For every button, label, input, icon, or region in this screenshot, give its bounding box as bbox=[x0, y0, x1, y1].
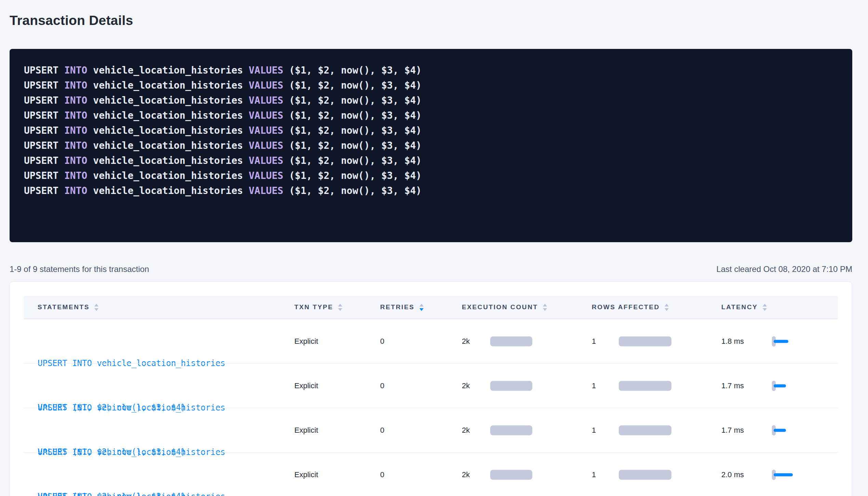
latency-bar bbox=[774, 384, 786, 388]
latency-value: 1.7 ms bbox=[721, 364, 744, 408]
sort-arrows-icon[interactable] bbox=[338, 304, 342, 311]
sort-arrows-icon[interactable] bbox=[94, 304, 98, 311]
statements-table-card: STATEMENTS TXN TYPE RETRIES EXECUTION CO… bbox=[10, 282, 852, 496]
txn-type-value: Explicit bbox=[294, 453, 318, 496]
column-label: RETRIES bbox=[380, 303, 415, 311]
sql-line: UPSERT INTO vehicle_location_histories V… bbox=[24, 168, 839, 183]
execution-count-value: 2k bbox=[462, 453, 470, 496]
latency-value: 1.7 ms bbox=[721, 408, 744, 453]
sql-box-code: UPSERT INTO vehicle_location_histories V… bbox=[24, 63, 839, 198]
sort-arrows-icon[interactable] bbox=[543, 304, 547, 311]
column-label: STATEMENTS bbox=[38, 303, 90, 311]
execution-count-value: 2k bbox=[462, 364, 470, 408]
column-label: EXECUTION COUNT bbox=[462, 303, 538, 311]
statement-link[interactable]: UPSERT INTO vehicle_location_histories V… bbox=[38, 460, 225, 496]
table-row: UPSERT INTO vehicle_location_histories V… bbox=[10, 364, 852, 408]
latency-value: 2.0 ms bbox=[721, 453, 744, 496]
rows-affected-bar bbox=[619, 381, 671, 391]
table-row: UPSERT INTO vehicle_location_histories V… bbox=[10, 319, 852, 364]
sql-line: UPSERT INTO vehicle_location_histories V… bbox=[24, 93, 839, 108]
sort-arrows-icon[interactable] bbox=[763, 304, 767, 311]
column-header-latency[interactable]: LATENCY bbox=[721, 296, 767, 318]
latency-bar bbox=[774, 340, 788, 343]
sql-line: UPSERT INTO vehicle_location_histories V… bbox=[24, 153, 839, 168]
execution-count-bar bbox=[490, 426, 532, 435]
execution-count-value: 2k bbox=[462, 319, 470, 364]
column-label: TXN TYPE bbox=[294, 303, 333, 311]
rows-affected-bar bbox=[619, 337, 671, 347]
rows-affected-value: 1 bbox=[592, 364, 596, 408]
sort-arrows-icon[interactable] bbox=[419, 304, 424, 311]
column-header-retries[interactable]: RETRIES bbox=[380, 296, 424, 318]
sql-line: UPSERT INTO vehicle_location_histories V… bbox=[24, 78, 839, 93]
txn-type-value: Explicit bbox=[294, 319, 318, 364]
column-header-execution-count[interactable]: EXECUTION COUNT bbox=[462, 296, 547, 318]
latency-bar-chart bbox=[772, 470, 810, 480]
txn-type-value: Explicit bbox=[294, 364, 318, 408]
summary-row: 1-9 of 9 statements for this transaction… bbox=[10, 264, 852, 274]
table-row: UPSERT INTO vehicle_location_histories V… bbox=[10, 408, 852, 453]
rows-affected-value: 1 bbox=[592, 319, 596, 364]
transaction-sql-box: UPSERT INTO vehicle_location_histories V… bbox=[10, 49, 852, 242]
rows-affected-bar bbox=[619, 426, 671, 435]
sql-line: UPSERT INTO vehicle_location_histories V… bbox=[24, 108, 839, 123]
retries-value: 0 bbox=[380, 364, 384, 408]
table-header-row: STATEMENTS TXN TYPE RETRIES EXECUTION CO… bbox=[24, 296, 838, 319]
latency-bar-chart bbox=[772, 336, 810, 347]
latency-value: 1.8 ms bbox=[721, 319, 744, 364]
page-title: Transaction Details bbox=[10, 13, 133, 28]
execution-count-bar bbox=[490, 381, 532, 391]
table-row: UPSERT INTO vehicle_location_histories V… bbox=[10, 453, 852, 496]
sql-line: UPSERT INTO vehicle_location_histories V… bbox=[24, 183, 839, 198]
column-header-statements[interactable]: STATEMENTS bbox=[38, 296, 98, 318]
column-label: ROWS AFFECTED bbox=[592, 303, 660, 311]
sql-line: UPSERT INTO vehicle_location_histories V… bbox=[24, 63, 839, 78]
latency-bar bbox=[774, 473, 793, 477]
column-header-rows-affected[interactable]: ROWS AFFECTED bbox=[592, 296, 669, 318]
latency-bar bbox=[774, 429, 786, 432]
rows-affected-bar bbox=[619, 470, 671, 480]
execution-count-bar bbox=[490, 470, 532, 480]
retries-value: 0 bbox=[380, 408, 384, 453]
retries-value: 0 bbox=[380, 319, 384, 364]
rows-affected-value: 1 bbox=[592, 453, 596, 496]
execution-count-value: 2k bbox=[462, 408, 470, 453]
latency-bar-chart bbox=[772, 425, 810, 435]
statements-range-text: 1-9 of 9 statements for this transaction bbox=[10, 264, 149, 274]
statement-line-1: UPSERT INTO vehicle_location_histories bbox=[38, 490, 225, 496]
last-cleared-text: Last cleared Oct 08, 2020 at 7:10 PM bbox=[716, 264, 852, 274]
sql-line: UPSERT INTO vehicle_location_histories V… bbox=[24, 138, 839, 153]
column-header-txn-type[interactable]: TXN TYPE bbox=[294, 296, 342, 318]
txn-type-value: Explicit bbox=[294, 408, 318, 453]
sort-arrows-icon[interactable] bbox=[665, 304, 669, 311]
execution-count-bar bbox=[490, 337, 532, 347]
rows-affected-value: 1 bbox=[592, 408, 596, 453]
retries-value: 0 bbox=[380, 453, 384, 496]
sql-line: UPSERT INTO vehicle_location_histories V… bbox=[24, 123, 839, 138]
column-label: LATENCY bbox=[721, 303, 758, 311]
latency-bar-chart bbox=[772, 381, 810, 391]
